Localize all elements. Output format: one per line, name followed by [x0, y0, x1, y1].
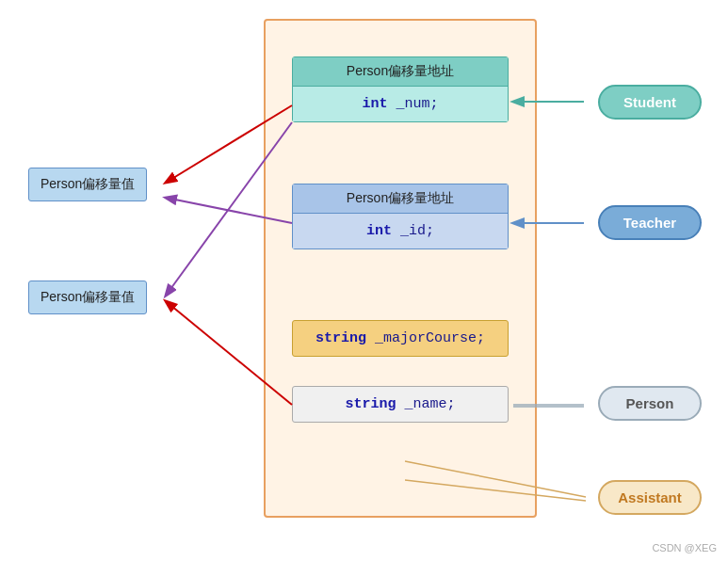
class-student: Student [598, 85, 702, 120]
block-name: string _name; [292, 386, 509, 423]
student-addr-content: int _num; [293, 87, 508, 121]
canvas: Person偏移量地址 int _num; Person偏移量地址 int _i… [0, 0, 728, 561]
student-int-keyword: int [362, 96, 387, 112]
block-student-addr: Person偏移量地址 int _num; [292, 56, 509, 122]
class-person: Person [598, 386, 702, 421]
class-assistant: Assistant [598, 480, 702, 515]
person-val-box-2: Person偏移量值 [28, 280, 147, 314]
teacher-var: _id; [392, 223, 434, 239]
teacher-int-keyword: int [366, 223, 392, 239]
name-var: _name; [396, 396, 456, 412]
block-teacher-addr: Person偏移量地址 int _id; [292, 184, 509, 249]
watermark: CSDN @XEG [652, 542, 717, 553]
block-major: string _majorCourse; [292, 320, 509, 357]
class-teacher: Teacher [598, 205, 702, 240]
teacher-addr-content: int _id; [293, 214, 508, 248]
name-string-keyword: string [345, 396, 396, 412]
student-addr-header: Person偏移量地址 [293, 57, 508, 87]
student-var: _num; [388, 96, 439, 112]
major-string-keyword: string [315, 330, 366, 346]
teacher-addr-header: Person偏移量地址 [293, 184, 508, 214]
person-val-box-1: Person偏移量值 [28, 168, 147, 201]
major-var: _majorCourse; [366, 330, 485, 346]
